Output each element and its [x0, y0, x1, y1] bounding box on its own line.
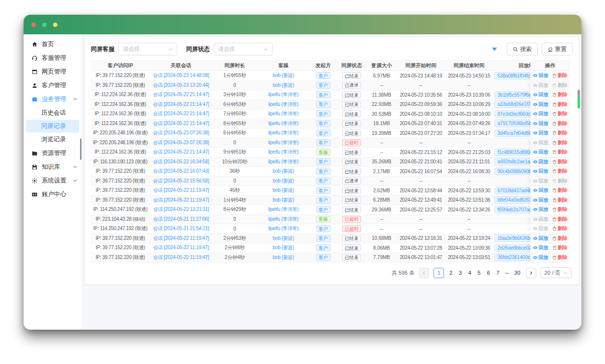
collapse-filters-icon[interactable]: [492, 48, 497, 51]
delete-button[interactable]: 删除: [552, 110, 568, 117]
session-link[interactable]: 会话 [2024-05-22 11:19:47]: [153, 254, 209, 261]
page-size-select[interactable]: 20 / 页: [541, 267, 572, 278]
session-link[interactable]: 会话 [2024-05-22 21:14:47]: [153, 91, 209, 98]
replay-button[interactable]: 回放: [533, 168, 549, 175]
session-link[interactable]: 会话 [2024-05-22 21:14:47]: [153, 101, 209, 108]
delete-button[interactable]: 删除: [552, 91, 568, 98]
sidebar-item-agent-mgmt[interactable]: 客服管理: [24, 51, 82, 65]
agent-link[interactable]: lipeifu (李沛芾): [268, 158, 299, 165]
agent-link[interactable]: bob (姜波): [273, 168, 294, 175]
replay-button[interactable]: 回放: [533, 101, 549, 108]
session-link[interactable]: 会话 [2024-05-23 13:20:44]: [153, 82, 209, 89]
delete-button[interactable]: 删除: [552, 158, 568, 165]
replay-hash-chip[interactable]: b8e04a0ad6261205: [495, 196, 530, 204]
session-link[interactable]: 会话 [2024-05-22 16:07:43]: [153, 168, 209, 175]
session-link[interactable]: 会话 [2024-05-23 07:26:38]: [153, 130, 209, 136]
session-link[interactable]: 会话 [2024-05-22 11:19:47]: [153, 235, 209, 242]
page-number-1[interactable]: 1: [434, 268, 444, 278]
replay-hash-chip[interactable]: 36fdd2361400cf54: [495, 254, 530, 261]
replay-button[interactable]: 回放: [533, 254, 549, 261]
screen-agent-select[interactable]: 请选择: [118, 43, 177, 55]
agent-link[interactable]: lipeifu (李沛芾): [268, 110, 299, 117]
session-link[interactable]: 会话 [2024-05-23 14:48:08]: [153, 72, 209, 79]
next-page-button[interactable]: [526, 268, 536, 278]
replay-button[interactable]: 回放: [533, 72, 549, 79]
replay-hash-chip[interactable]: f65f4eb2a707ad7b: [495, 206, 530, 213]
replay-hash-chip[interactable]: a492fa8c2ae1af3d: [495, 158, 530, 165]
delete-button[interactable]: 删除: [552, 72, 568, 79]
session-link[interactable]: 会话 [2024-05-23 07:26:38]: [153, 139, 209, 146]
replay-hash-chip[interactable]: 538a08fb1f04fcf87a: [495, 72, 530, 79]
replay-hash-chip[interactable]: 3b1bf5c5579f6ea9: [495, 91, 530, 99]
delete-button[interactable]: 删除: [552, 216, 568, 223]
replay-button[interactable]: 回放: [533, 120, 549, 127]
replay-hash-chip[interactable]: 87e3d3ecf660cb64: [495, 110, 530, 118]
delete-button[interactable]: 删除: [552, 206, 568, 213]
session-link[interactable]: 会话 [2024-05-22 21:14:47]: [153, 110, 209, 117]
delete-button[interactable]: 删除: [552, 149, 568, 156]
replay-hash-chip[interactable]: a79170536bd5bbd: [495, 120, 530, 127]
agent-link[interactable]: bob (姜波): [273, 235, 294, 242]
agent-link[interactable]: lipeifu (李沛芾): [268, 225, 299, 232]
replay-hash-chip[interactable]: 90c4b0986090ba3: [495, 168, 530, 175]
search-button[interactable]: 搜索: [507, 43, 538, 55]
session-link[interactable]: 会话 [2024-05-22 21:14:47]: [153, 120, 209, 127]
replay-button[interactable]: 回放: [533, 244, 549, 251]
sidebar-item-webpage-mgmt[interactable]: 网页管理: [24, 65, 82, 78]
delete-button[interactable]: 删除: [552, 244, 568, 251]
sidebar-item-business-mgmt[interactable]: 业务管理: [24, 92, 82, 106]
minimize-window-dot[interactable]: [42, 23, 47, 27]
replay-button[interactable]: 回放: [533, 110, 549, 117]
agent-link[interactable]: lipeifu (李沛芾): [268, 216, 299, 223]
session-link[interactable]: 会话 [2024-05-22 16:34:58]: [153, 158, 209, 165]
session-link[interactable]: 会话 [2024-05-21 11:27:06]: [153, 216, 209, 223]
agent-link[interactable]: bob (姜波): [273, 82, 294, 89]
reset-button[interactable]: 重置: [542, 43, 573, 55]
session-link[interactable]: 会话 [2024-05-21 21:54:21]: [153, 225, 209, 232]
agent-link[interactable]: bob (姜波): [273, 197, 294, 204]
page-number-6[interactable]: 6: [486, 270, 491, 276]
agent-link[interactable]: lipeifu (李沛芾): [268, 91, 299, 98]
session-link[interactable]: 会话 [2024-05-22 15:56:58]: [153, 178, 209, 184]
sidebar-subitem-screen-records[interactable]: 同屏记录: [26, 120, 79, 132]
replay-hash-chip[interactable]: b7018d437ad4bfe: [495, 187, 530, 194]
sidebar-item-knowledge-base[interactable]: 知识库: [24, 160, 82, 174]
sidebar-item-account-center[interactable]: 账户中心: [24, 187, 82, 201]
delete-button[interactable]: 删除: [552, 235, 568, 242]
agent-link[interactable]: lipeifu (李沛芾): [268, 101, 299, 108]
maximize-window-dot[interactable]: [53, 23, 57, 27]
replay-button[interactable]: 回放: [533, 197, 549, 204]
scrollbar-thumb-gray[interactable]: [578, 90, 580, 97]
prev-page-button[interactable]: [419, 268, 429, 278]
sidebar-item-home[interactable]: 首页: [24, 37, 82, 51]
screen-status-select[interactable]: 请选择: [214, 43, 273, 55]
agent-link[interactable]: lipeifu (李沛芾): [268, 130, 299, 136]
sidebar-item-system-settings[interactable]: 系统设置: [24, 174, 82, 187]
delete-button[interactable]: 删除: [552, 197, 568, 204]
sidebar-subitem-browse-records[interactable]: 浏览记录: [26, 133, 79, 146]
delete-button[interactable]: 删除: [552, 120, 568, 127]
close-window-dot[interactable]: [31, 23, 36, 27]
delete-button[interactable]: 删除: [552, 139, 568, 146]
agent-link[interactable]: bob (姜波): [273, 178, 294, 184]
session-link[interactable]: 会话 [2024-05-22 13:21:11]: [153, 206, 209, 213]
replay-hash-chip[interactable]: f1c489015d880404: [495, 149, 530, 156]
replay-button[interactable]: 回放: [533, 206, 549, 213]
session-link[interactable]: 会话 [2024-05-22 11:19:47]: [153, 197, 209, 204]
sidebar-item-resource-mgmt[interactable]: 资源管理: [24, 146, 82, 160]
delete-button[interactable]: 删除: [552, 254, 568, 261]
agent-link[interactable]: bob (姜波): [273, 187, 294, 194]
scrollbar-thumb-green[interactable]: [578, 97, 580, 108]
replay-button[interactable]: 回放: [533, 149, 549, 156]
sidebar-item-customer-mgmt[interactable]: 客户管理: [24, 78, 82, 92]
replay-hash-chip[interactable]: a33a68d26e1f7641: [495, 101, 530, 108]
replay-hash-chip[interactable]: 1faa3e9b6636b30: [495, 234, 530, 242]
page-number-7[interactable]: 7: [495, 270, 500, 276]
agent-link[interactable]: lipeifu (李沛芾): [268, 139, 299, 146]
page-number-4[interactable]: 4: [467, 270, 472, 276]
delete-button[interactable]: 删除: [552, 187, 568, 194]
replay-hash-chip[interactable]: 2d26ae8bbce0217: [495, 244, 530, 252]
delete-button[interactable]: 删除: [552, 225, 568, 232]
agent-link[interactable]: lipeifu (李沛芾): [268, 149, 299, 156]
delete-button[interactable]: 删除: [552, 168, 568, 175]
